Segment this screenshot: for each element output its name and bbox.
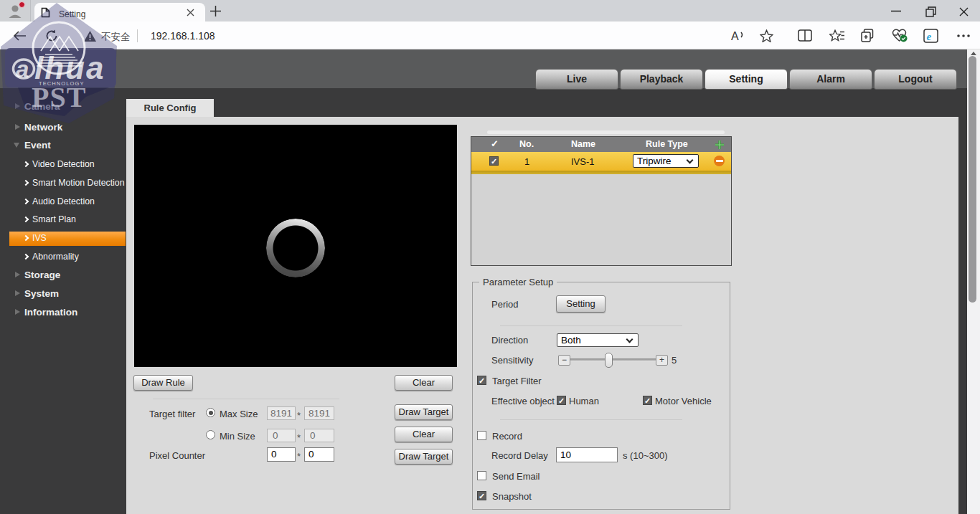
- svg-text:e: e: [927, 31, 932, 42]
- svg-text:A: A: [731, 30, 739, 42]
- svg-text:PST: PST: [32, 81, 86, 113]
